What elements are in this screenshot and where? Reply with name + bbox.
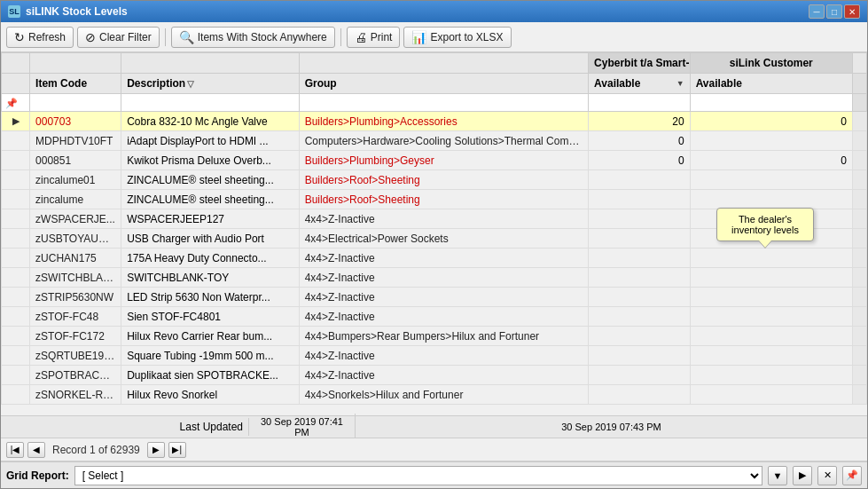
grid-report-select[interactable]: [ Select ] xyxy=(74,466,762,485)
row-description: Hilux Revo Snorkel xyxy=(121,385,299,405)
row-group: 4x4>Z-Inactive xyxy=(299,248,588,268)
nav-next-button[interactable]: ▶ xyxy=(147,442,165,458)
row-scroll-cell xyxy=(852,288,866,307)
empty-header-1 xyxy=(2,53,30,74)
row-cyberbit-avail xyxy=(589,229,691,248)
grid-report-run-btn[interactable]: ▶ xyxy=(793,466,812,485)
arrow-col-header xyxy=(2,74,30,94)
filter-item-code-input[interactable] xyxy=(30,97,121,109)
filter-cyberbit[interactable] xyxy=(589,94,691,112)
filter-description-input[interactable] xyxy=(121,97,298,109)
row-silink-avail xyxy=(690,346,852,366)
grid-report-close-btn[interactable]: ✕ xyxy=(817,466,837,485)
table-row[interactable]: zSTRIP5630NW LED Strip 5630 Non Waterpr.… xyxy=(2,288,867,307)
row-scroll-cell xyxy=(852,131,866,151)
empty-header-3 xyxy=(121,53,299,74)
row-cyberbit-avail xyxy=(589,248,691,268)
export-button[interactable]: 📊 Export to XLSX xyxy=(403,27,511,48)
scroll-header xyxy=(852,53,866,74)
grid-body: ▶ 000703 Cobra 832-10 Mc Angle Valve Bui… xyxy=(2,112,867,405)
row-cyberbit-avail xyxy=(589,288,691,307)
scroll-col-header xyxy=(852,74,866,94)
nav-first-button[interactable]: |◀ xyxy=(6,442,24,458)
row-arrow-cell xyxy=(2,190,30,209)
row-scroll-cell xyxy=(852,268,866,288)
filter-pin-icon: 📌 xyxy=(2,98,21,108)
row-description: iAdapt DisplayPort to HDMI ... xyxy=(121,131,299,151)
table-row[interactable]: zSTOF-FC48 Sien STOF-FC4801 4x4>Z-Inacti… xyxy=(2,307,867,327)
row-description: USB Charger with Audio Port xyxy=(121,229,299,248)
row-group: 4x4>Z-Inactive xyxy=(299,307,588,327)
minimize-button[interactable]: ─ xyxy=(809,4,825,19)
row-arrow-cell xyxy=(2,366,30,385)
last-updated-label: Last Updated xyxy=(1,418,249,436)
table-row[interactable]: zSPOTBRACKE... Duplikaat sien SPOTBRACKE… xyxy=(2,366,867,385)
filter-group-input[interactable] xyxy=(300,97,588,109)
row-silink-avail xyxy=(690,366,852,385)
grid-report-label: Grid Report: xyxy=(6,469,69,482)
window-title: siLINK Stock Levels xyxy=(26,5,128,18)
row-silink-avail xyxy=(690,131,852,151)
filter-silink[interactable] xyxy=(690,94,852,112)
row-silink-avail xyxy=(690,170,852,190)
nav-prev-button[interactable]: ◀ xyxy=(27,442,45,458)
row-group: 4x4>Z-Inactive xyxy=(299,268,588,288)
cyberbit-avail-header[interactable]: Available ▼ xyxy=(589,74,691,94)
table-row[interactable]: zincalume01 ZINCALUME® steel sheeting...… xyxy=(2,170,867,190)
row-group: Builders>Roof>Sheeting xyxy=(299,190,588,209)
inventory-tooltip: The dealer's inventory levels xyxy=(716,208,814,241)
row-arrow-cell xyxy=(2,229,30,248)
search-icon: 🔍 xyxy=(179,30,194,44)
row-arrow-cell: ▶ xyxy=(2,112,30,131)
row-silink-avail xyxy=(690,327,852,346)
filter-group[interactable] xyxy=(299,94,588,112)
row-description: SWITCHBLANK-TOY xyxy=(121,268,299,288)
row-group: Computers>Hardware>Cooling Solutions>The… xyxy=(299,131,588,151)
grid-report-dropdown-btn[interactable]: ▼ xyxy=(768,466,787,485)
row-description: Hilux Revo Carrier Rear bum... xyxy=(121,327,299,346)
table-row[interactable]: 000851 Kwikot Prisma Deluxe Overb... Bui… xyxy=(2,151,867,170)
row-scroll-cell xyxy=(852,209,866,229)
row-cyberbit-avail xyxy=(589,385,691,405)
description-header[interactable]: Description ▽ xyxy=(121,74,299,94)
table-row[interactable]: MDPHDTV10FT iAdapt DisplayPort to HDMI .… xyxy=(2,131,867,151)
table-row[interactable]: ▶ 000703 Cobra 832-10 Mc Angle Valve Bui… xyxy=(2,112,867,131)
table-row[interactable]: zSNORKEL-REVO Hilux Revo Snorkel 4x4>Sno… xyxy=(2,385,867,405)
grid-report-pin-btn[interactable]: 📌 xyxy=(842,466,862,485)
row-item-code: zSNORKEL-REVO xyxy=(30,385,121,405)
silink-avail-header[interactable]: Available xyxy=(690,74,852,94)
row-silink-avail: 0 xyxy=(690,151,852,170)
table-row[interactable]: zincalume ZINCALUME® steel sheeting... B… xyxy=(2,190,867,209)
row-description: WSPACERJEEP127 xyxy=(121,209,299,229)
table-row[interactable]: zSWITCHBLAN... SWITCHBLANK-TOY 4x4>Z-Ina… xyxy=(2,268,867,288)
col-group-header-row: Cyberbit t/a Smart-It siLink Customer xyxy=(2,53,867,74)
row-item-code: zUCHAN175 xyxy=(30,248,121,268)
filter-silink-input[interactable] xyxy=(691,97,852,109)
nav-last-button[interactable]: ▶| xyxy=(168,442,186,458)
row-description: Cobra 832-10 Mc Angle Valve xyxy=(121,112,299,131)
refresh-button[interactable]: ↻ Refresh xyxy=(6,27,74,48)
row-silink-avail: 0 xyxy=(690,112,852,131)
filter-item-code[interactable] xyxy=(30,94,121,112)
maximize-button[interactable]: □ xyxy=(826,4,842,19)
print-button[interactable]: 🖨 Print xyxy=(347,27,401,48)
items-with-stock-button[interactable]: 🔍 Items With Stock Anywhere xyxy=(171,27,335,48)
group-header-col[interactable]: Group xyxy=(299,74,588,94)
clear-filter-button[interactable]: ⊘ Clear Filter xyxy=(77,27,160,48)
table-row[interactable]: zSQRTUBE19-... Square Tubing -19mm 500 m… xyxy=(2,346,867,366)
row-scroll-cell xyxy=(852,307,866,327)
item-code-header[interactable]: Item Code xyxy=(30,74,121,94)
close-button[interactable]: ✕ xyxy=(844,4,860,19)
table-row[interactable]: zSTOF-FC172 Hilux Revo Carrier Rear bum.… xyxy=(2,327,867,346)
row-cyberbit-avail xyxy=(589,346,691,366)
last-updated-cyberbit: 30 Sep 2019 07:41 PM xyxy=(249,414,356,440)
row-scroll-cell xyxy=(852,229,866,248)
row-scroll-cell xyxy=(852,327,866,346)
table-row[interactable]: zUCHAN175 175A Heavy Duty Connecto... 4x… xyxy=(2,248,867,268)
row-silink-avail xyxy=(690,190,852,209)
filter-description[interactable] xyxy=(121,94,299,112)
export-icon: 📊 xyxy=(411,30,426,44)
row-cyberbit-avail: 20 xyxy=(589,112,691,131)
row-item-code: zincalume xyxy=(30,190,121,209)
filter-cyberbit-input[interactable] xyxy=(589,97,690,109)
